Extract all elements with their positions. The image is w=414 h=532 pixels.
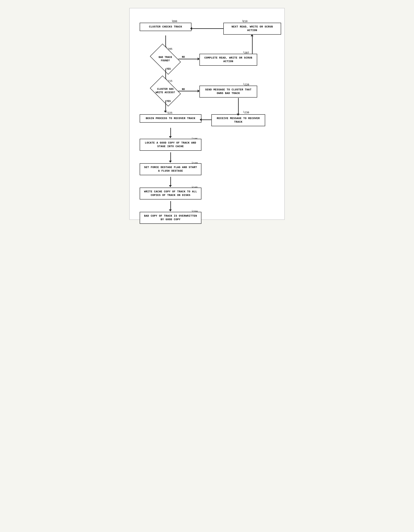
- arrow-207-up: [252, 36, 253, 54]
- arrowhead-210-to-200: [190, 27, 192, 30]
- ref-230: └230: [243, 111, 249, 114]
- ref-210: 210: [243, 20, 247, 23]
- node-230: RECEIVE MESSAGE TO RECOVER TRACK: [211, 114, 265, 126]
- flow-wrapper: 200 └ 210 └ CLUSTER CHECKS TRACK NEXT RE…: [136, 16, 278, 211]
- arrow-205-yes: [165, 68, 166, 79]
- arrow-210-to-200: [192, 28, 224, 29]
- label-yes2: YES: [166, 100, 171, 103]
- arrowhead-207-up: [251, 34, 253, 36]
- label-yes1: YES: [166, 68, 171, 70]
- arrowhead-235-down: [169, 161, 172, 163]
- label-no2: NO: [182, 88, 185, 91]
- arrowhead-225-down: [169, 136, 172, 138]
- node-250: BAD COPY OF TRACK IS OVERWRITTEN BY GOOD…: [140, 212, 201, 224]
- node-207: COMPLETE READ, WRITE OR SCRUB ACTION: [199, 54, 257, 66]
- arrow-230-left: [201, 119, 212, 120]
- diagram-container: 200 └ 210 └ CLUSTER CHECKS TRACK NEXT RE…: [129, 8, 285, 220]
- node-225: BEGIN PROCESS TO RECOVER TRACK: [140, 114, 201, 123]
- node-235: LOCATE A GOOD COPY OF TRACK AND STAGE IN…: [140, 139, 201, 151]
- arrow-225-down: [170, 128, 171, 137]
- node-205: BAD TRACKFOUND?: [152, 50, 178, 68]
- arrowhead-245-down: [169, 209, 172, 211]
- node-215: CLUSTER HASWRITE ACCESS?: [152, 82, 178, 100]
- arrow-245-down: [170, 201, 171, 210]
- arrow-220-down: [238, 98, 239, 114]
- arrowhead-230-left: [200, 118, 202, 121]
- node-220: SEND MESSAGE TO CLUSTER THAT OWNS BAD TR…: [199, 86, 257, 98]
- ref-225: └225: [166, 111, 172, 114]
- arrowhead-240-down: [169, 185, 172, 187]
- ref-200: 200: [173, 20, 177, 23]
- arrow-240-down: [170, 177, 171, 186]
- label-no1: NO: [182, 56, 185, 58]
- node-200: CLUSTER CHECKS TRACK: [140, 23, 191, 31]
- arrow-215-yes: [165, 100, 166, 111]
- arrow-200-down: [165, 35, 166, 48]
- arrowhead-220-to-230: [237, 114, 239, 116]
- arrow-205-no-h: [178, 59, 198, 59]
- arrow-235-down: [170, 152, 171, 161]
- node-210: NEXT READ, WRITE OR SCRUB ACTION: [223, 23, 281, 35]
- node-245: WRITE CACHE COPY OF TRACK TO ALL COPIES …: [140, 188, 201, 200]
- node-240: SET FORCE DESTAGE FLAG AND START A FLUSH…: [140, 163, 201, 175]
- arrow-215-no-h: [178, 91, 198, 91]
